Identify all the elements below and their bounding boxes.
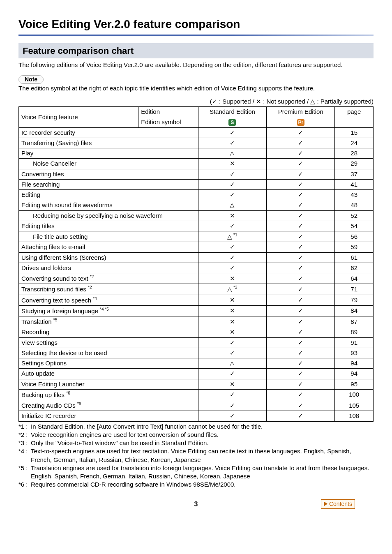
standard-cell: ✓ (198, 389, 266, 400)
table-row: Translation *5✕✓87 (19, 316, 374, 327)
table-row: Reducing noise by specifying a noise wav… (19, 210, 374, 221)
section-title: Feature comparison chart (18, 43, 374, 59)
table-row: Attaching files to e-mail✓✓59 (19, 242, 374, 252)
table-row: Recording✕✓89 (19, 327, 374, 337)
premium-cell: ✓ (267, 305, 335, 316)
feature-cell: Settings Options (19, 358, 198, 369)
standard-cell: ✓ (198, 127, 266, 138)
feature-cell: Creating Audio CDs *6 (19, 400, 198, 411)
premium-cell: ✓ (267, 169, 335, 179)
standard-cell: △ (198, 148, 266, 159)
footnote-text: Translation engines are used for transla… (31, 464, 374, 481)
premium-cell: ✓ (267, 273, 335, 284)
page-cell: 41 (335, 179, 374, 189)
page-cell: 61 (335, 252, 374, 263)
premium-cell: ✓ (267, 148, 335, 159)
standard-cell: ✓ (198, 337, 266, 348)
standard-cell: ✓ (198, 179, 266, 189)
premium-cell: ✓ (267, 327, 335, 337)
page-cell: 43 (335, 190, 374, 200)
feature-cell: Converting files (19, 169, 198, 179)
premium-cell: ✓ (267, 295, 335, 305)
table-row: File searching✓✓41 (19, 179, 374, 189)
page-cell: 37 (335, 169, 374, 179)
table-row: Transcribing sound files *2△ *3✓71 (19, 284, 374, 295)
note-badge: Note (18, 75, 44, 84)
page-cell: 56 (335, 231, 374, 242)
page-cell: 54 (335, 221, 374, 231)
table-row: Noise Canceller✕✓29 (19, 159, 374, 169)
header-feature: Voice Editing feature (19, 107, 138, 128)
s-icon: S (228, 119, 236, 126)
feature-cell: Attaching files to e-mail (19, 242, 198, 252)
footnote-key: *2 : (18, 431, 31, 439)
premium-cell: ✓ (267, 389, 335, 400)
page-cell: 100 (335, 389, 374, 400)
header-premium: Premium Edition (267, 107, 335, 117)
premium-cell: ✓ (267, 263, 335, 273)
page-cell: 24 (335, 138, 374, 148)
page-cell: 28 (335, 148, 374, 159)
footnote-key: *4 : (18, 447, 31, 464)
comparison-table: Voice Editing feature Edition Standard E… (18, 106, 374, 422)
feature-cell: File title auto setting (19, 231, 198, 242)
page-cell: 71 (335, 284, 374, 295)
standard-cell: ✕ (198, 210, 266, 221)
premium-cell: ✓ (267, 210, 335, 221)
standard-cell: ✕ (198, 327, 266, 337)
premium-cell: ✓ (267, 252, 335, 263)
standard-cell: ✕ (198, 316, 266, 327)
premium-cell: ✓ (267, 221, 335, 231)
feature-cell: View settings (19, 337, 198, 348)
premium-cell: ✓ (267, 190, 335, 200)
table-row: Play△✓28 (19, 148, 374, 159)
feature-cell: Transcribing sound files *2 (19, 284, 198, 295)
header-symbol: Edition symbol (138, 117, 198, 127)
table-row: Editing titles✓✓54 (19, 221, 374, 231)
premium-cell: ✓ (267, 400, 335, 411)
page-cell: 95 (335, 379, 374, 389)
empty-cell (335, 117, 374, 127)
table-row: Creating Audio CDs *6✓✓105 (19, 400, 374, 411)
premium-cell: ✓ (267, 348, 335, 358)
page-cell: 108 (335, 411, 374, 421)
table-row: Converting files✓✓37 (19, 169, 374, 179)
table-row: Selecting the device to be used✓✓93 (19, 348, 374, 358)
page-cell: 84 (335, 305, 374, 316)
feature-cell: Studying a foreign language *4 *5 (19, 305, 198, 316)
feature-cell: Editing (19, 190, 198, 200)
page-cell: 79 (335, 295, 374, 305)
table-row: Using different Skins (Screens)✓✓61 (19, 252, 374, 263)
premium-cell: ✓ (267, 369, 335, 379)
page-cell: 59 (335, 242, 374, 252)
feature-cell: Converting sound to text *2 (19, 273, 198, 284)
badge-standard: S (198, 117, 266, 127)
standard-cell: ✓ (198, 348, 266, 358)
footnote-row: *2 :Voice recognition engines are used f… (18, 431, 374, 439)
standard-cell: △ *3 (198, 284, 266, 295)
feature-cell: Recording (19, 327, 198, 337)
footnote-row: *5 :Translation engines are used for tra… (18, 464, 374, 481)
page-cell: 94 (335, 358, 374, 369)
standard-cell: ✓ (198, 263, 266, 273)
standard-cell: ✕ (198, 305, 266, 316)
standard-cell: ✕ (198, 273, 266, 284)
feature-cell: IC recorder security (19, 127, 198, 138)
contents-button[interactable]: Contents (321, 499, 355, 509)
page-cell: 93 (335, 348, 374, 358)
premium-cell: ✓ (267, 284, 335, 295)
standard-cell: ✓ (198, 221, 266, 231)
feature-cell: Converting text to speech *4 (19, 295, 198, 305)
contents-tri-icon (324, 501, 327, 506)
standard-cell: ✓ (198, 369, 266, 379)
table-row: Voice Editing Launcher✕✓95 (19, 379, 374, 389)
page-cell: 87 (335, 316, 374, 327)
standard-cell: ✓ (198, 169, 266, 179)
footnote-row: *6 :Requires commercial CD-R recording s… (18, 480, 374, 489)
footnote-text: Text-to-speech engines are used for text… (31, 447, 374, 464)
header-page: page (335, 107, 374, 117)
footnote-text: In Standard Edition, the [Auto Convert I… (31, 422, 374, 431)
premium-cell: ✓ (267, 242, 335, 252)
feature-cell: File searching (19, 179, 198, 189)
premium-cell: ✓ (267, 411, 335, 421)
